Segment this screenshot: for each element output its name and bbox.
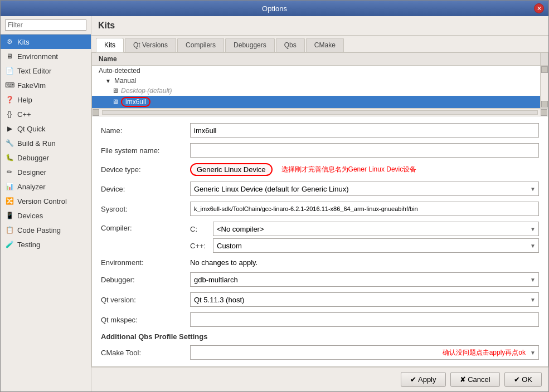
sidebar-item-text-editor[interactable]: 📄 Text Editor [1,63,91,78]
tab-cmake[interactable]: CMake [306,38,344,52]
tab-kits[interactable]: Kits [96,38,124,52]
qt-mkspec-value-container [190,312,539,327]
sidebar-item-designer[interactable]: ✏ Designer [1,165,91,179]
expand-icon: ▼ [105,78,111,84]
name-input[interactable] [190,123,539,138]
qt-quick-icon: ▶ [5,124,14,133]
sidebar-item-label: Devices [17,212,43,220]
sidebar-item-build-run[interactable]: 🔧 Build & Run [1,136,91,150]
help-icon: ❓ [5,95,14,104]
filesystem-input[interactable] [190,143,539,158]
sidebar-item-analyzer[interactable]: 📊 Analyzer [1,179,91,194]
kits-list: Name Auto-detected ▼ Manual [92,53,548,116]
devices-icon: 📱 [5,211,14,220]
qt-version-select[interactable]: Qt 5.11.3 (host) [190,292,539,307]
tab-compilers[interactable]: Compilers [177,38,224,52]
device-select[interactable]: Generic Linux Device (default for Generi… [190,182,539,196]
ok-button[interactable]: ✔ OK [504,372,542,387]
tree-kit-imx6ull[interactable]: 🖥 imx6ull [92,96,540,108]
compiler-c-row: C: <No compiler> [190,222,539,236]
device-row: Device: Generic Linux Device (default fo… [101,182,539,196]
compiler-cpp-select[interactable]: Custom [213,238,539,253]
name-label: Name: [101,126,190,135]
apply-button[interactable]: ✔ Apply [401,372,445,387]
sysroot-input[interactable] [190,202,539,216]
tab-debuggers[interactable]: Debuggers [225,38,275,52]
tree-kit-desktop[interactable]: 🖥 Desktop (default) [92,86,540,96]
compiler-c-select[interactable]: <No compiler> [213,222,539,236]
qt-version-select-wrapper: Qt 5.11.3 (host) [190,292,539,307]
title-bar: Options ✕ [1,1,548,16]
sidebar-item-label: Kits [17,38,30,46]
imx6ull-device-icon: 🖥 [112,98,119,106]
environment-text: No changes to apply. [190,258,258,267]
sysroot-value-container [190,202,539,216]
qt-version-label: Qt version: [101,296,190,304]
tree-group-autodetected[interactable]: Auto-detected [92,66,540,76]
sidebar-item-fakevim[interactable]: ⌨ FakeVim [1,78,91,92]
compiler-cpp-select-wrapper: Custom [213,238,539,253]
debugger-select-wrapper: gdb-multiarch [190,272,539,287]
sidebar-item-version-control[interactable]: 🔀 Version Control [1,194,91,208]
close-button[interactable]: ✕ [534,3,544,13]
device-select-wrapper: Generic Linux Device (default for Generi… [190,182,539,196]
debugger-select[interactable]: gdb-multiarch [190,272,539,287]
tab-qt-versions[interactable]: Qt Versions [125,38,176,52]
environment-value: No changes to apply. [190,258,539,267]
sidebar-item-label: Qt Quick [17,125,46,133]
sidebar-item-cpp[interactable]: {} C++ [1,107,91,121]
form-area: Name: File system name: [92,116,548,367]
filter-input[interactable] [5,19,86,31]
imx6ull-label: imx6ull [121,97,150,107]
environment-row: Environment: No changes to apply. [101,258,539,267]
filesystem-label: File system name: [101,146,190,155]
environment-label: Environment: [101,258,190,267]
sidebar-item-label: Debugger [17,154,49,162]
tab-qbs[interactable]: Qbs [276,38,305,52]
options-window: Options ✕ ⚙ Kits 🖥 Environment 📄 Text Ed… [0,0,549,392]
sidebar-item-code-pasting[interactable]: 📋 Code Pasting [1,223,91,237]
bottom-bar: ✔ Apply ✘ Cancel ✔ OK [91,367,548,391]
compiler-cpp-label: C++: [190,242,210,250]
manual-label: Manual [114,77,136,85]
sidebar-item-debugger[interactable]: 🐛 Debugger [1,150,91,165]
sidebar: ⚙ Kits 🖥 Environment 📄 Text Editor ⌨ Fak… [1,16,91,391]
designer-icon: ✏ [5,168,14,177]
compiler-cpp-row: C++: Custom [190,238,539,253]
kits-icon: ⚙ [5,37,14,46]
fakevim-icon: ⌨ [5,81,14,90]
sidebar-item-label: Environment [17,52,58,61]
sidebar-item-label: Version Control [17,197,67,205]
sidebar-item-qt-quick[interactable]: ▶ Qt Quick [1,121,91,136]
desktop-icon: 🖥 [112,87,119,95]
sidebar-item-testing[interactable]: 🧪 Testing [1,237,91,252]
sidebar-item-environment[interactable]: 🖥 Environment [1,49,91,63]
cancel-button[interactable]: ✘ Cancel [450,372,500,387]
cpp-icon: {} [5,110,14,119]
compiler-row: Compiler: C: <No compiler> [101,222,539,253]
qt-mkspec-input[interactable] [190,312,539,327]
tree-group-manual[interactable]: ▼ Manual [92,76,540,86]
sidebar-item-kits[interactable]: ⚙ Kits [1,35,91,49]
sysroot-label: Sysroot: [101,205,190,213]
sidebar-item-label: Help [17,96,32,104]
filesystem-value-container [190,143,539,158]
cmake-tool-select[interactable] [190,345,539,360]
cmake-tool-label: CMake Tool: [101,349,190,357]
content-area: Name Auto-detected ▼ Manual [91,52,548,367]
kits-column-header: Name [92,53,540,65]
text-editor-icon: 📄 [5,66,14,75]
device-type-label: Device type: [101,165,190,174]
cmake-tool-select-wrapper: 确认没问题点击apply再点ok [190,345,539,360]
device-type-highlight[interactable]: Generic Linux Device [190,163,273,176]
environment-icon: 🖥 [5,52,14,61]
testing-icon: 🧪 [5,240,14,249]
name-value-container [190,123,539,138]
device-type-row: Device type: Generic Linux Device 选择刚才完善… [101,163,539,176]
sidebar-item-devices[interactable]: 📱 Devices [1,208,91,223]
device-type-annotation: 选择刚才完善信息名为Gener Linux Devic设备 [281,165,417,174]
sidebar-item-label: Designer [17,168,46,177]
sidebar-item-help[interactable]: ❓ Help [1,92,91,107]
name-row: Name: [101,123,539,138]
sidebar-item-label: Build & Run [17,139,56,148]
